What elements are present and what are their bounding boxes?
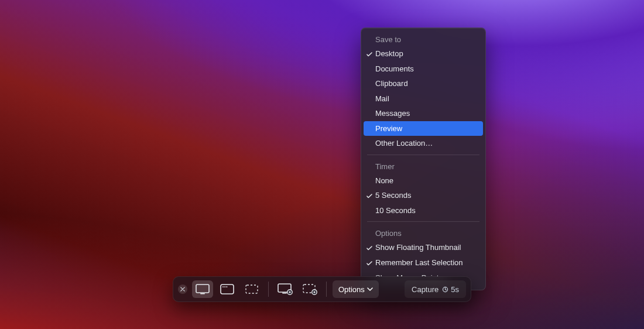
chevron-down-icon: [367, 287, 373, 291]
options-menu: Save to Desktop Documents Clipboard Mail…: [361, 28, 486, 290]
menu-section-title-timer: Timer: [361, 159, 485, 173]
options-button[interactable]: Options: [333, 280, 379, 298]
menu-section-title-options: Options: [361, 225, 485, 240]
menu-item-show-floating-thumbnail[interactable]: Show Floating Thumbnail: [361, 240, 485, 255]
check-icon: [366, 192, 373, 199]
record-entire-screen-button[interactable]: [275, 280, 296, 298]
svg-point-5: [226, 286, 227, 287]
capture-selection-icon: [245, 284, 259, 294]
menu-item-documents[interactable]: Documents: [361, 61, 485, 77]
svg-rect-8: [282, 293, 287, 294]
menu-item-remember-last-selection[interactable]: Remember Last Selection: [361, 255, 485, 270]
menu-item-other-location[interactable]: Other Location…: [361, 136, 485, 151]
record-entire-screen-icon: [278, 283, 293, 295]
menu-item-label: Desktop: [375, 49, 403, 58]
menu-item-label: Messages: [375, 109, 410, 118]
capture-window-button[interactable]: [217, 280, 238, 298]
svg-rect-2: [221, 285, 234, 294]
menu-item-desktop[interactable]: Desktop: [361, 46, 485, 61]
menu-item-messages[interactable]: Messages: [361, 106, 485, 121]
menu-item-label: Clipboard: [375, 79, 408, 88]
menu-item-label: None: [375, 176, 393, 185]
menu-item-timer-10s[interactable]: 10 Seconds: [361, 203, 485, 218]
timer-icon: [442, 286, 448, 293]
check-icon: [366, 259, 373, 266]
capture-timer: 5s: [442, 285, 459, 294]
close-button[interactable]: [178, 285, 187, 294]
svg-point-4: [224, 286, 225, 287]
svg-point-11: [289, 291, 290, 293]
record-selection-icon: [302, 283, 317, 295]
menu-item-timer-5s[interactable]: 5 Seconds: [361, 188, 485, 203]
menu-item-clipboard[interactable]: Clipboard: [361, 76, 485, 91]
svg-rect-1: [200, 293, 205, 294]
capture-entire-screen-icon: [196, 284, 210, 294]
capture-button-label: Capture: [412, 285, 439, 294]
svg-rect-6: [246, 285, 258, 293]
check-icon: [366, 244, 373, 251]
capture-timer-text: 5s: [451, 285, 459, 294]
menu-item-label: Show Floating Thumbnail: [375, 243, 461, 252]
svg-point-15: [313, 291, 315, 293]
menu-item-preview[interactable]: Preview: [364, 121, 483, 136]
toolbar-separator: [268, 282, 269, 297]
capture-selection-button[interactable]: [241, 280, 262, 298]
menu-item-label: 5 Seconds: [375, 191, 411, 200]
toolbar-separator: [326, 282, 327, 297]
menu-item-label: Documents: [375, 64, 414, 73]
menu-item-timer-none[interactable]: None: [361, 173, 485, 189]
capture-window-icon: [220, 284, 234, 294]
menu-section-title-save-to: Save to: [361, 32, 485, 46]
svg-rect-0: [196, 285, 209, 293]
screenshot-toolbar: Options Capture 5s: [173, 276, 471, 302]
menu-item-label: 10 Seconds: [375, 206, 416, 215]
menu-divider: [367, 155, 479, 155]
menu-divider: [367, 221, 479, 222]
record-selection-button[interactable]: [299, 280, 320, 298]
options-button-label: Options: [338, 285, 365, 294]
menu-item-label: Other Location…: [375, 139, 433, 148]
svg-point-3: [222, 286, 224, 287]
capture-button[interactable]: Capture 5s: [405, 280, 466, 298]
menu-item-label: Remember Last Selection: [375, 258, 463, 267]
menu-item-label: Preview: [375, 124, 402, 133]
capture-entire-screen-button[interactable]: [192, 280, 213, 298]
menu-item-label: Mail: [375, 94, 389, 103]
menu-item-mail[interactable]: Mail: [361, 91, 485, 107]
check-icon: [366, 50, 373, 57]
close-icon: [180, 287, 185, 292]
